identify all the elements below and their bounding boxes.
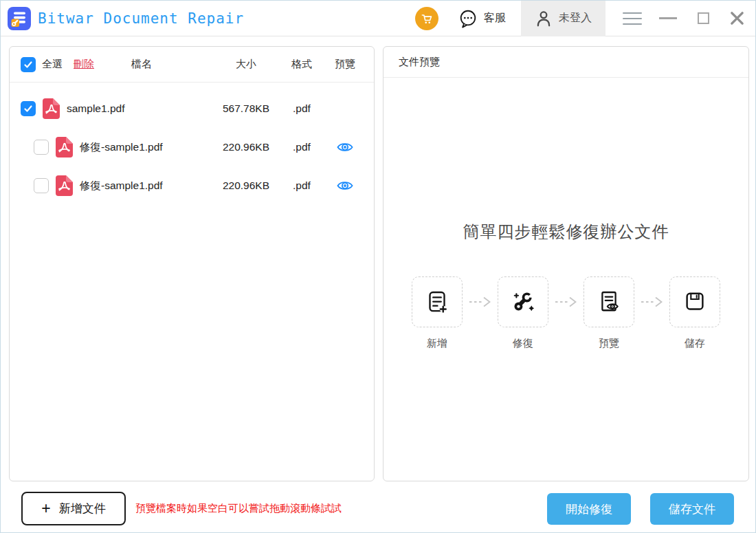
file-list-panel: 全選 刪除 檔名 大小 格式 預覽 sample1.pdf 567.78KB bbox=[9, 46, 375, 481]
file-format: .pdf bbox=[278, 141, 326, 153]
app-logo-icon bbox=[8, 7, 31, 30]
select-all-checkbox[interactable] bbox=[21, 57, 36, 72]
column-header-preview: 預覽 bbox=[326, 58, 364, 71]
maximize-icon bbox=[698, 12, 709, 24]
preview-hint-text: 預覽檔案時如果空白可以嘗試拖動滾動條試試 bbox=[135, 492, 342, 525]
maximize-button[interactable] bbox=[698, 12, 709, 24]
steps-headline: 簡單四步輕鬆修復辦公文件 bbox=[383, 221, 748, 243]
file-name: 修復-sample1.pdf bbox=[80, 179, 163, 193]
close-button[interactable] bbox=[730, 11, 744, 25]
column-header-format: 格式 bbox=[278, 58, 326, 71]
step-preview: 預覽 bbox=[583, 276, 634, 350]
customer-service-label: 客服 bbox=[484, 11, 506, 25]
file-size: 220.96KB bbox=[214, 180, 278, 192]
file-list-header: 全選 刪除 檔名 大小 格式 預覽 bbox=[10, 47, 374, 83]
chat-bubble-icon bbox=[458, 8, 478, 29]
person-icon bbox=[535, 10, 553, 28]
column-header-size: 大小 bbox=[214, 58, 278, 71]
steps-row: 新增 修復 bbox=[383, 276, 748, 350]
repair-wrench-icon bbox=[498, 276, 548, 327]
step-add: 新增 bbox=[412, 276, 463, 350]
add-document-icon bbox=[412, 276, 463, 327]
pdf-file-icon bbox=[55, 175, 73, 196]
file-name: 修復-sample1.pdf bbox=[80, 140, 163, 155]
close-icon bbox=[730, 11, 744, 25]
column-header-name: 檔名 bbox=[131, 58, 152, 71]
file-size: 567.78KB bbox=[214, 102, 278, 115]
file-checkbox[interactable] bbox=[21, 101, 36, 116]
save-floppy-icon bbox=[669, 276, 720, 327]
pdf-file-icon bbox=[55, 137, 73, 157]
file-row: 修復-sample1.pdf 220.96KB .pdf bbox=[10, 128, 374, 166]
select-all-label: 全選 bbox=[42, 58, 63, 71]
check-icon bbox=[23, 104, 33, 113]
file-rows: sample1.pdf 567.78KB .pdf 修復-sample1.pdf… bbox=[10, 83, 374, 205]
check-icon bbox=[23, 60, 33, 69]
menu-button[interactable] bbox=[623, 12, 642, 25]
file-size: 220.96KB bbox=[214, 141, 278, 153]
step-label: 儲存 bbox=[685, 337, 705, 350]
plus-icon: + bbox=[41, 501, 50, 516]
step-repair: 修復 bbox=[498, 276, 548, 350]
bitwar-document-repair-window: { "window": { "title": "Bitwar Document … bbox=[0, 0, 756, 533]
step-arrow-icon bbox=[463, 276, 498, 327]
eye-icon bbox=[337, 180, 353, 192]
step-label: 修復 bbox=[513, 337, 533, 350]
pdf-file-icon bbox=[42, 98, 60, 119]
step-label: 新增 bbox=[427, 337, 447, 350]
preview-eye-button[interactable] bbox=[337, 141, 353, 153]
preview-panel: 文件預覽 簡單四步輕鬆修復辦公文件 新增 bbox=[383, 46, 749, 481]
file-format: .pdf bbox=[278, 180, 326, 192]
preview-panel-title: 文件預覽 bbox=[383, 47, 748, 78]
step-label: 預覽 bbox=[599, 337, 619, 350]
eye-icon bbox=[337, 141, 353, 153]
delete-link[interactable]: 刪除 bbox=[74, 58, 94, 71]
minimize-button[interactable] bbox=[659, 17, 677, 19]
store-cart-button[interactable] bbox=[415, 7, 438, 30]
app-title: Bitwar Document Repair bbox=[38, 10, 244, 27]
add-file-label: 新增文件 bbox=[59, 501, 106, 516]
file-row: sample1.pdf 567.78KB .pdf bbox=[10, 89, 374, 128]
minimize-icon bbox=[659, 17, 677, 19]
file-format: .pdf bbox=[278, 102, 326, 115]
login-button[interactable]: 未登入 bbox=[521, 1, 605, 36]
cart-icon bbox=[420, 12, 434, 25]
step-save: 儲存 bbox=[669, 276, 720, 350]
hamburger-icon bbox=[623, 12, 642, 14]
preview-document-icon bbox=[583, 276, 634, 327]
file-checkbox[interactable] bbox=[34, 140, 49, 155]
file-row: 修復-sample1.pdf 220.96KB .pdf bbox=[10, 166, 374, 205]
login-label: 未登入 bbox=[559, 11, 592, 25]
step-arrow-icon bbox=[548, 276, 583, 327]
file-checkbox[interactable] bbox=[34, 178, 49, 193]
start-repair-button[interactable]: 開始修復 bbox=[547, 493, 631, 525]
add-file-button[interactable]: + 新增文件 bbox=[21, 492, 126, 525]
customer-service-button[interactable]: 客服 bbox=[458, 8, 506, 29]
step-arrow-icon bbox=[634, 276, 669, 327]
preview-eye-button[interactable] bbox=[337, 180, 353, 192]
file-name: sample1.pdf bbox=[67, 102, 124, 115]
save-file-button[interactable]: 儲存文件 bbox=[650, 493, 734, 525]
titlebar: Bitwar Document Repair 客服 未登入 bbox=[1, 1, 755, 36]
